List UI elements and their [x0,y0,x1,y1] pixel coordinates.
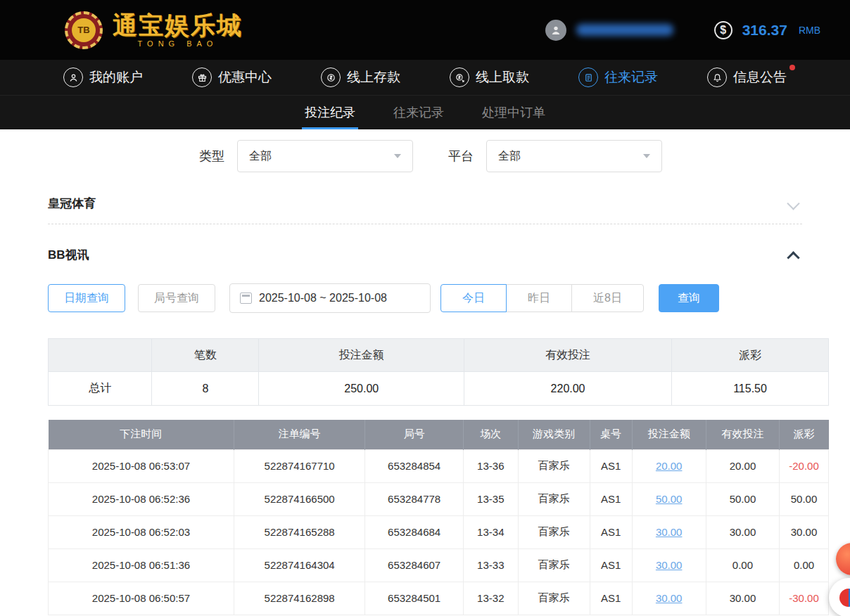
avatar[interactable] [545,20,566,41]
platform-select-value: 全部 [498,149,521,164]
section-title: BB视讯 [48,247,89,263]
account-area: $ 316.37 RMB [545,20,820,41]
tab-transaction-records[interactable]: 往来记录 [391,96,447,129]
table-cell: 2025-10-08 06:50:57 [49,582,234,615]
nav-label: 线上取款 [476,68,529,86]
floating-service-button[interactable] [829,578,850,616]
chevron-down-icon[interactable] [787,197,799,210]
bet-amount-cell: 30.00 [632,548,706,582]
nav-item-deposit[interactable]: 线上存款 [321,68,400,87]
table-cell: 百家乐 [518,515,590,548]
user-icon [63,68,83,87]
tab-bet-records[interactable]: 投注纪录 [302,96,358,129]
last-8-days-button[interactable]: 近8日 [571,284,644,312]
table-cell: 50.00 [706,482,779,515]
section-crown-sports: 皇冠体育 [48,183,802,224]
gift-icon [192,68,212,87]
summary-header-valid: 有效投注 [464,339,672,372]
table-cell: -30.00 [780,582,829,615]
summary-header-bet: 投注金额 [259,339,464,372]
yesterday-button[interactable]: 昨日 [506,284,572,312]
table-cell: 2025-10-08 06:52:03 [49,515,234,548]
summary-total-label: 总计 [49,372,152,406]
tab-pending-orders[interactable]: 处理中订单 [479,96,548,129]
today-button[interactable]: 今日 [440,284,507,312]
sub-tab-bar: 投注纪录 往来记录 处理中订单 [0,95,850,129]
chevron-down-icon [643,154,650,158]
records-icon [578,68,598,87]
platform-label: 平台 [448,148,474,165]
search-button[interactable]: 查询 [659,284,719,312]
summary-total-row: 总计 8 250.00 220.00 115.50 [49,372,829,406]
section-title: 皇冠体育 [48,195,96,212]
nav-label: 往来记录 [604,68,658,86]
table-cell: 30.00 [780,515,829,548]
summary-header-payout: 派彩 [672,339,829,372]
summary-header-row: 笔数 投注金额 有效投注 派彩 [49,339,829,372]
table-cell: -20.00 [780,449,829,482]
summary-bet: 250.00 [259,372,464,406]
bet-amount-link[interactable]: 30.00 [656,592,683,604]
nav-label: 信息公告 [733,68,787,86]
summary-valid: 220.00 [464,372,672,406]
table-cell: AS1 [590,548,632,582]
nav-item-my-account[interactable]: 我的账户 [63,68,143,87]
table-row: 2025-10-08 06:50:57522874162898653284501… [49,582,829,615]
logo-title: 通宝娱乐城 [113,13,243,37]
nav-item-records[interactable]: 往来记录 [578,68,658,87]
notification-dot [789,65,795,70]
bet-amount-link[interactable]: 30.00 [656,559,683,571]
date-query-button[interactable]: 日期查询 [48,284,125,312]
chevron-up-icon[interactable] [787,251,799,264]
table-row: 2025-10-08 06:51:36522874164304653284607… [49,548,829,582]
bet-amount-link[interactable]: 50.00 [656,493,683,505]
logo-text: 通宝娱乐城 TONG BAO [113,13,243,48]
bell-icon [707,68,727,87]
table-cell: 13-34 [463,515,518,548]
round-query-button[interactable]: 局号查询 [138,284,215,312]
table-cell: 522874166500 [234,482,364,515]
nav-item-promotions[interactable]: 优惠中心 [192,68,272,87]
brand-logo[interactable]: TB 通宝娱乐城 TONG BAO [65,11,243,49]
column-header: 下注时间 [49,420,234,449]
filter-row: 类型 全部 平台 全部 [0,129,850,173]
service-icon [839,589,850,607]
table-cell: 50.00 [780,482,829,515]
bet-amount-link[interactable]: 30.00 [656,526,683,538]
table-row: 2025-10-08 06:52:03522874165288653284684… [49,515,829,548]
balance-amount: 316.37 [742,22,787,39]
nav-item-withdraw[interactable]: 线上取款 [450,68,529,87]
table-cell: 653284778 [365,482,464,515]
table-cell: AS1 [590,582,632,615]
nav-label: 优惠中心 [218,68,272,86]
chip-badge: TB [72,18,96,42]
dollar-icon: $ [714,21,732,39]
column-header: 注单编号 [234,420,364,449]
table-cell: 百家乐 [518,548,590,582]
type-select[interactable]: 全部 [237,140,413,172]
username-masked [576,24,673,36]
column-header: 局号 [365,420,464,449]
table-cell: 30.00 [706,582,779,615]
table-cell: 百家乐 [518,449,590,482]
table-cell: 30.00 [706,515,779,548]
date-range-input[interactable]: 2025-10-08 ~ 2025-10-08 [229,283,431,313]
platform-select[interactable]: 全部 [486,140,662,172]
bet-amount-cell: 50.00 [632,482,706,515]
table-cell: 653284607 [365,548,464,582]
bet-amount-link[interactable]: 20.00 [656,460,683,472]
balance-currency: RMB [799,25,820,36]
date-range-value: 2025-10-08 ~ 2025-10-08 [259,292,387,304]
main-nav: 我的账户 优惠中心 线上存款 线上取款 往来记录 [0,60,850,95]
table-row: 2025-10-08 06:52:36522874166500653284778… [49,482,829,515]
nav-item-announcements[interactable]: 信息公告 [707,68,787,87]
table-cell: 522874165288 [234,515,364,548]
floating-promo-button[interactable] [836,543,850,575]
table-cell: 0.00 [706,548,779,582]
summary-count: 8 [152,372,259,406]
table-cell: 百家乐 [518,582,590,615]
table-cell: 522874162898 [234,582,364,615]
withdraw-icon [450,68,469,87]
deposit-icon [321,68,341,87]
nav-label: 我的账户 [89,68,143,86]
